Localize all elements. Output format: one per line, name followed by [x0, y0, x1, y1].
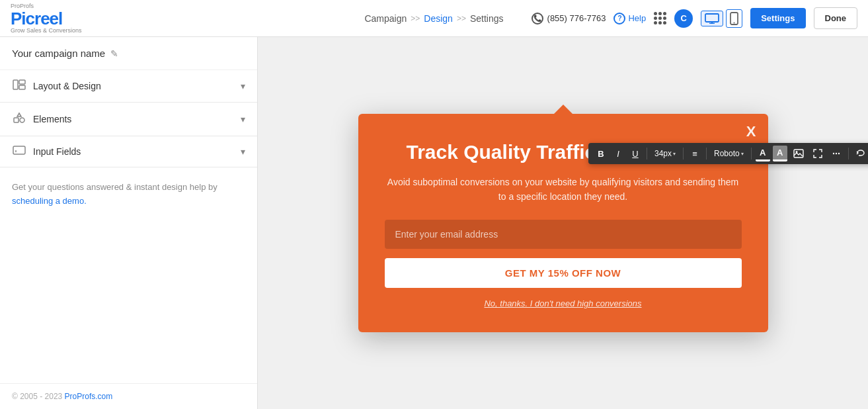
- undo-button[interactable]: [853, 147, 868, 160]
- phone-area: 📞 (855) 776-7763: [532, 13, 606, 24]
- svg-point-15: [836, 153, 837, 154]
- svg-point-14: [833, 153, 834, 154]
- elements-label: Elements: [33, 114, 234, 124]
- sidebar-footer: © 2005 - 2023 ProProfs.com: [0, 383, 257, 409]
- input-fields-icon: [12, 146, 26, 158]
- view-toggle: [701, 9, 742, 28]
- svg-rect-6: [19, 80, 25, 84]
- layout-design-chevron: ▾: [241, 81, 245, 91]
- footer-text: © 2005 - 2023: [12, 392, 65, 401]
- undo-icon: [856, 149, 865, 158]
- align-button[interactable]: ≡: [688, 147, 702, 161]
- avatar-initial: C: [681, 13, 687, 23]
- bg-color-button[interactable]: A: [773, 146, 787, 161]
- toolbar-sep-5: [848, 148, 849, 159]
- email-input[interactable]: [385, 220, 742, 249]
- cta-button[interactable]: GET MY 15% OFF NOW: [385, 258, 742, 288]
- logo: ProProfs Picreel Grow Sales & Conversion…: [11, 3, 82, 34]
- edit-campaign-name-icon[interactable]: ✎: [110, 48, 118, 59]
- input-fields-header[interactable]: Input Fields ▾: [0, 136, 257, 167]
- font-size-dropdown[interactable]: 34px ▾: [651, 148, 679, 159]
- layout-design-section: Layout & Design ▾: [0, 70, 257, 103]
- popup-close-button[interactable]: X: [746, 123, 756, 140]
- sidebar-help: Get your questions answered & instant de…: [0, 167, 257, 222]
- proprofs-link[interactable]: ProProfs.com: [65, 392, 113, 401]
- svg-rect-5: [13, 80, 18, 89]
- campaign-name-bar: Your campaign name ✎: [0, 37, 257, 70]
- expand-button[interactable]: [810, 147, 826, 160]
- settings-button[interactable]: Settings: [750, 8, 805, 28]
- avatar[interactable]: C: [674, 9, 693, 28]
- input-fields-chevron: ▾: [241, 146, 245, 157]
- layout-design-header[interactable]: Layout & Design ▾: [0, 70, 257, 102]
- help-text: Get your questions answered & instant de…: [12, 182, 217, 192]
- desktop-view-button[interactable]: [701, 11, 723, 26]
- main-layout: Your campaign name ✎ Layout & Design ▾: [0, 37, 868, 409]
- svg-point-8: [20, 118, 24, 122]
- svg-rect-9: [14, 118, 19, 122]
- sidebar: Your campaign name ✎ Layout & Design ▾: [0, 37, 258, 409]
- popup-subtitle: Avoid suboptimal conversions on your web…: [385, 175, 742, 204]
- breadcrumb-sep1: >>: [411, 14, 420, 23]
- layout-icon: [12, 79, 26, 93]
- image-icon: [793, 149, 804, 158]
- font-family-chevron: ▾: [741, 151, 744, 157]
- picreel-logo: Picreel: [11, 9, 62, 28]
- text-toolbar: B I U 34px ▾ ≡ Roboto ▾ A A: [588, 143, 868, 164]
- decline-link[interactable]: No, thanks. I don't need high conversion…: [385, 298, 742, 308]
- more-options-button[interactable]: [828, 147, 844, 160]
- svg-rect-0: [705, 14, 719, 22]
- svg-rect-10: [13, 146, 25, 154]
- scheduling-demo-link[interactable]: scheduling a demo.: [12, 196, 87, 206]
- campaign-name: Your campaign name: [12, 48, 105, 59]
- done-button[interactable]: Done: [814, 7, 858, 29]
- phone-icon: 📞: [532, 13, 543, 24]
- more-icon: [832, 149, 841, 158]
- breadcrumb: Campaign >> Design >> Settings: [364, 13, 503, 24]
- toolbar-sep-4: [751, 148, 752, 159]
- text-color-icon: A: [760, 148, 766, 158]
- apps-grid-icon[interactable]: [654, 12, 666, 24]
- breadcrumb-settings[interactable]: Settings: [470, 13, 504, 24]
- image-insert-button[interactable]: [790, 147, 807, 160]
- elements-icon: [12, 112, 26, 126]
- help-link[interactable]: ? Help: [613, 13, 646, 24]
- input-fields-section: Input Fields ▾: [0, 136, 257, 167]
- italic-button[interactable]: I: [611, 147, 625, 161]
- desktop-icon: [705, 13, 719, 24]
- toolbar-sep-3: [706, 148, 707, 159]
- top-navigation: ProProfs Picreel Grow Sales & Conversion…: [0, 0, 868, 37]
- mobile-icon: [730, 12, 738, 25]
- font-size-chevron: ▾: [673, 151, 676, 157]
- help-icon: ?: [613, 13, 625, 24]
- nav-right: 📞 (855) 776-7763 ? Help C: [532, 7, 857, 29]
- input-fields-label: Input Fields: [33, 146, 234, 157]
- font-family-dropdown[interactable]: Roboto ▾: [711, 148, 747, 159]
- svg-point-16: [838, 153, 840, 154]
- breadcrumb-design[interactable]: Design: [424, 13, 453, 24]
- breadcrumb-campaign[interactable]: Campaign: [364, 13, 407, 24]
- underline-button[interactable]: U: [628, 147, 643, 161]
- layout-design-label: Layout & Design: [33, 81, 234, 91]
- elements-chevron: ▾: [241, 114, 245, 124]
- font-family-value: Roboto: [714, 149, 740, 158]
- breadcrumb-sep2: >>: [457, 14, 466, 23]
- svg-rect-7: [19, 85, 25, 89]
- phone-number: (855) 776-7763: [547, 13, 606, 23]
- toolbar-sep-2: [683, 148, 684, 159]
- bold-button[interactable]: B: [594, 147, 608, 161]
- elements-section: Elements ▾: [0, 103, 257, 136]
- elements-header[interactable]: Elements ▾: [0, 103, 257, 136]
- toolbar-sep-1: [647, 148, 647, 159]
- canvas-area: B I U 34px ▾ ≡ Roboto ▾ A A: [258, 37, 868, 409]
- logo-tagline: Grow Sales & Conversions: [11, 27, 82, 34]
- bg-color-icon: A: [777, 148, 783, 158]
- svg-point-4: [734, 22, 735, 23]
- help-label: Help: [628, 13, 646, 23]
- popup-triangle: [554, 105, 572, 114]
- expand-icon: [813, 149, 822, 158]
- mobile-view-button[interactable]: [726, 9, 742, 28]
- font-size-value: 34px: [654, 149, 672, 158]
- text-color-button[interactable]: A: [756, 146, 770, 161]
